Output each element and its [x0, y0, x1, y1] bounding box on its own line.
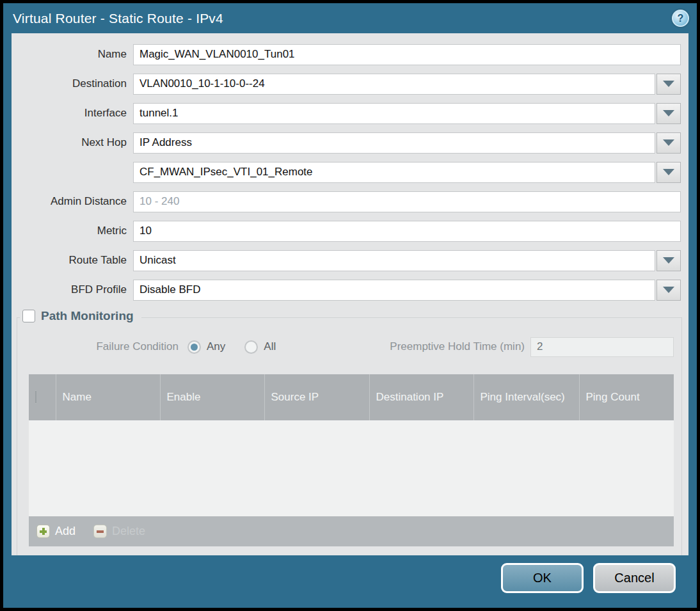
form-row-next-hop: Next Hop: [12, 132, 688, 154]
name-label: Name: [12, 48, 133, 61]
form-row-bfd-profile: BFD Profile: [12, 279, 688, 301]
path-monitoring-title: Path Monitoring: [41, 309, 134, 323]
route-table-label: Route Table: [12, 254, 133, 267]
dialog-window: Virtual Router - Static Route - IPv4 ? N…: [3, 3, 697, 608]
bfd-profile-dropdown-button[interactable]: [656, 280, 681, 301]
plus-icon: [36, 525, 50, 538]
add-button[interactable]: Add: [36, 525, 76, 538]
interface-input[interactable]: [133, 103, 655, 124]
radio-selected-icon: [187, 340, 201, 354]
table-empty-body: [29, 420, 674, 516]
select-all-checkbox[interactable]: [35, 390, 36, 404]
column-header-source-ip[interactable]: Source IP: [264, 374, 369, 420]
form-row-next-hop-address: [12, 161, 688, 183]
next-hop-address-dropdown-button[interactable]: [656, 162, 681, 183]
dialog-footer: OK Cancel: [3, 555, 697, 608]
minus-icon: [93, 525, 107, 538]
preemptive-hold-time-input[interactable]: [530, 337, 674, 357]
chevron-down-icon: [663, 110, 674, 116]
admin-distance-label: Admin Distance: [12, 195, 133, 208]
route-table-dropdown-button[interactable]: [656, 250, 681, 271]
form-row-metric: Metric: [12, 220, 688, 242]
failure-condition-any-label: Any: [207, 340, 225, 353]
chevron-down-icon: [663, 81, 674, 87]
chevron-down-icon: [663, 257, 674, 264]
next-hop-label: Next Hop: [12, 136, 133, 149]
route-table-input[interactable]: [133, 250, 655, 271]
chevron-down-icon: [663, 139, 674, 146]
name-input[interactable]: [133, 44, 681, 65]
next-hop-type-input[interactable]: [133, 132, 655, 154]
cancel-button[interactable]: Cancel: [593, 563, 676, 593]
destination-input[interactable]: [133, 74, 655, 95]
table-header-row: Name Enable Source IP Destination IP Pin…: [29, 374, 674, 420]
destination-label: Destination: [12, 77, 133, 90]
table-footer-bar: Add Delete: [29, 516, 674, 546]
bfd-profile-input[interactable]: [133, 280, 655, 301]
failure-condition-all-radio[interactable]: All: [244, 340, 276, 354]
column-header-ping-count[interactable]: Ping Count: [579, 374, 674, 420]
path-monitoring-section: Path Monitoring Failure Condition Any Al…: [17, 317, 682, 555]
help-icon[interactable]: ?: [672, 10, 689, 27]
path-monitoring-checkbox[interactable]: [22, 310, 35, 322]
column-header-name[interactable]: Name: [56, 374, 160, 420]
form-row-route-table: Route Table: [12, 250, 688, 271]
table-empty-area: [29, 420, 674, 516]
form-row-admin-distance: Admin Distance: [12, 191, 688, 212]
failure-condition-label: Failure Condition: [29, 340, 187, 353]
preemptive-hold-time-label: Preemptive Hold Time (min): [390, 340, 530, 353]
column-header-enable[interactable]: Enable: [160, 374, 264, 420]
failure-condition-all-label: All: [264, 340, 276, 353]
interface-label: Interface: [12, 107, 133, 120]
interface-dropdown-button[interactable]: [656, 103, 681, 124]
form-row-destination: Destination: [12, 73, 688, 95]
add-button-label: Add: [55, 525, 76, 538]
admin-distance-input[interactable]: [133, 191, 681, 212]
delete-button-label: Delete: [112, 525, 145, 538]
path-monitoring-legend: Path Monitoring: [20, 309, 141, 323]
radio-unselected-icon: [244, 340, 258, 354]
select-all-header-cell: [29, 374, 56, 420]
dialog-titlebar: Virtual Router - Static Route - IPv4 ?: [3, 3, 697, 33]
dialog-body: Name Destination Interface: [12, 33, 688, 555]
column-header-destination-ip[interactable]: Destination IP: [369, 374, 473, 420]
screenshot-frame: Virtual Router - Static Route - IPv4 ? N…: [0, 0, 700, 611]
bfd-profile-label: BFD Profile: [12, 283, 133, 296]
failure-condition-row: Failure Condition Any All Preemptive Hol…: [29, 336, 674, 358]
path-monitoring-table: Name Enable Source IP Destination IP Pin…: [29, 374, 674, 516]
form-row-interface: Interface: [12, 102, 688, 124]
delete-button[interactable]: Delete: [93, 525, 145, 538]
destination-dropdown-button[interactable]: [656, 74, 681, 95]
chevron-down-icon: [663, 287, 674, 293]
dialog-title: Virtual Router - Static Route - IPv4: [13, 11, 223, 26]
form-row-name: Name: [12, 44, 688, 65]
ok-button[interactable]: OK: [501, 563, 584, 593]
chevron-down-icon: [663, 169, 674, 175]
failure-condition-any-radio[interactable]: Any: [187, 340, 225, 354]
next-hop-address-input[interactable]: [133, 162, 655, 183]
column-header-ping-interval[interactable]: Ping Interval(sec): [473, 374, 579, 420]
next-hop-type-dropdown-button[interactable]: [656, 132, 681, 154]
metric-input[interactable]: [133, 221, 681, 242]
metric-label: Metric: [12, 225, 133, 237]
